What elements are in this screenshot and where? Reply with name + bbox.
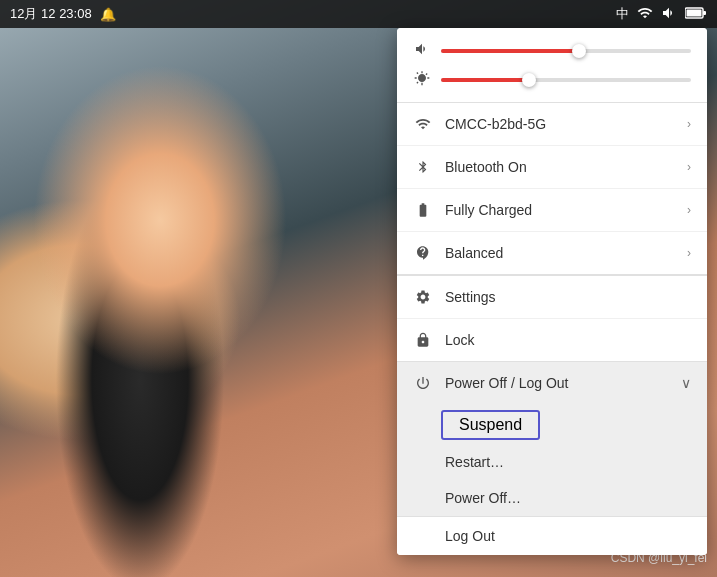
brightness-track[interactable]	[441, 78, 691, 82]
brightness-fill	[441, 78, 529, 82]
power-section: Power Off / Log Out ∨ Suspend Restart… P…	[397, 362, 707, 555]
volume-slider-icon	[413, 41, 431, 60]
logout-label: Log Out	[445, 528, 495, 544]
suspend-label: Suspend	[459, 416, 522, 433]
battery-arrow: ›	[687, 203, 691, 217]
battery-menu-item[interactable]: Fully Charged ›	[397, 189, 707, 232]
volume-thumb[interactable]	[572, 44, 586, 58]
poweroff-item[interactable]: Power Off…	[397, 480, 707, 516]
actions-section: Settings Lock	[397, 275, 707, 362]
power-profile-menu-item[interactable]: Balanced ›	[397, 232, 707, 274]
volume-track[interactable]	[441, 49, 691, 53]
volume-icon[interactable]	[661, 5, 677, 24]
battery-icon[interactable]	[685, 6, 707, 23]
power-profile-icon	[413, 243, 433, 263]
power-profile-label: Balanced	[445, 245, 687, 261]
settings-label: Settings	[445, 289, 691, 305]
logout-section: Log Out	[397, 516, 707, 555]
battery-label: Fully Charged	[445, 202, 687, 218]
topbar-right: 中	[616, 5, 707, 24]
power-header[interactable]: Power Off / Log Out ∨	[397, 362, 707, 404]
popup-menu: CMCC-b2bd-5G › Bluetooth On › Fully Char…	[397, 28, 707, 555]
lock-icon	[413, 330, 433, 350]
brightness-slider-icon	[413, 70, 431, 89]
lock-label: Lock	[445, 332, 691, 348]
bluetooth-menu-item[interactable]: Bluetooth On ›	[397, 146, 707, 189]
bluetooth-arrow: ›	[687, 160, 691, 174]
brightness-thumb[interactable]	[522, 73, 536, 87]
power-items: Suspend Restart… Power Off…	[397, 404, 707, 516]
wifi-icon[interactable]	[637, 5, 653, 24]
bluetooth-label: Bluetooth On	[445, 159, 687, 175]
wifi-label: CMCC-b2bd-5G	[445, 116, 687, 132]
volume-slider-row	[413, 36, 691, 65]
lock-menu-item[interactable]: Lock	[397, 319, 707, 361]
wifi-menu-item[interactable]: CMCC-b2bd-5G ›	[397, 103, 707, 146]
settings-menu-item[interactable]: Settings	[397, 276, 707, 319]
input-method-icon[interactable]: 中	[616, 5, 629, 23]
slider-section	[397, 28, 707, 103]
restart-label: Restart…	[445, 454, 504, 470]
status-menu-section: CMCC-b2bd-5G › Bluetooth On › Fully Char…	[397, 103, 707, 275]
power-off-icon	[413, 373, 433, 393]
power-profile-arrow: ›	[687, 246, 691, 260]
settings-icon	[413, 287, 433, 307]
datetime-label: 12月 12 23:08	[10, 5, 92, 23]
restart-item[interactable]: Restart…	[397, 444, 707, 480]
brightness-slider-row	[413, 65, 691, 94]
bell-icon[interactable]: 🔔	[100, 7, 116, 22]
wifi-menu-icon	[413, 114, 433, 134]
logout-item[interactable]: Log Out	[397, 517, 707, 555]
svg-rect-2	[703, 11, 706, 15]
power-off-label: Power Off / Log Out	[445, 375, 681, 391]
bluetooth-menu-icon	[413, 157, 433, 177]
suspend-row[interactable]: Suspend	[397, 404, 707, 444]
power-chevron-icon: ∨	[681, 375, 691, 391]
svg-rect-1	[687, 9, 702, 16]
suspend-box[interactable]: Suspend	[441, 410, 540, 440]
topbar: 12月 12 23:08 🔔 中	[0, 0, 717, 28]
topbar-left: 12月 12 23:08 🔔	[10, 5, 116, 23]
volume-fill	[441, 49, 579, 53]
wifi-arrow: ›	[687, 117, 691, 131]
poweroff-label: Power Off…	[445, 490, 521, 506]
battery-menu-icon	[413, 200, 433, 220]
